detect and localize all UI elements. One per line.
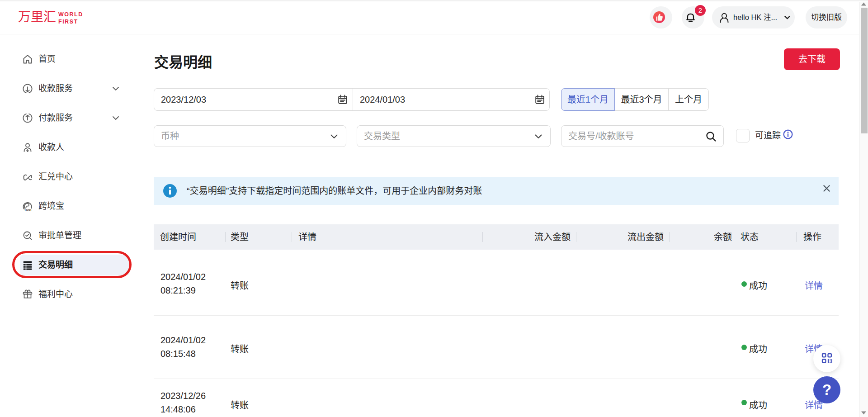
- svg-text:1688: 1688: [24, 208, 31, 211]
